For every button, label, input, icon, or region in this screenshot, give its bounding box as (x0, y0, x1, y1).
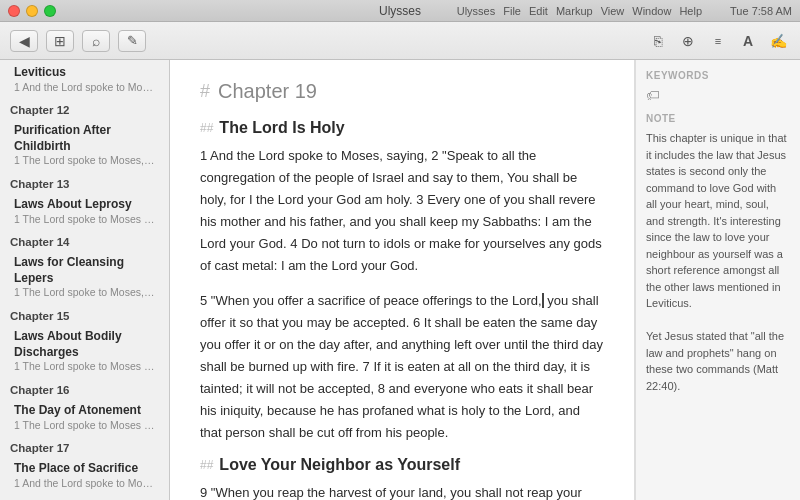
main-layout: Leviticus 1 And the Lord spoke to Moses … (0, 60, 800, 500)
maximize-button[interactable] (44, 5, 56, 17)
menu-edit[interactable]: Edit (529, 5, 548, 17)
item-2-sub: 1 The Lord spoke to Moses, saying, 2 "Th… (14, 286, 155, 300)
edit-button[interactable]: ✎ (118, 30, 146, 52)
section1-title: The Lord Is Holy (219, 119, 344, 137)
menu-file[interactable]: File (503, 5, 521, 17)
item-5-sub: 1 And the Lord spoke to Moses, saying, 2… (14, 477, 155, 491)
edit-icon: ✎ (127, 33, 138, 48)
share-icon[interactable]: ⎘ (646, 30, 670, 52)
item-1-title: Laws About Leprosy (14, 197, 155, 213)
tags-row: 🏷 (646, 87, 790, 103)
chapter-17-label: Chapter 17 (0, 437, 169, 456)
section2-title: Love Your Neighbor as Yourself (219, 456, 460, 474)
app-title: Ulysses (379, 4, 421, 18)
leviticus-sub: 1 And the Lord spoke to Moses and Aaron.… (14, 81, 155, 95)
item-0-title: Purification After Childbirth (14, 123, 155, 154)
chapter-18-label: Chapter 18 (0, 495, 169, 500)
chapter-12-label: Chapter 12 (0, 99, 169, 118)
menu-help[interactable]: Help (679, 5, 702, 17)
section1-heading: ## The Lord Is Holy (200, 119, 604, 137)
item-3-title: Laws About Bodily Discharges (14, 329, 155, 360)
pen-icon[interactable]: ✍ (766, 30, 790, 52)
paragraph-1: 1 And the Lord spoke to Moses, saying, 2… (200, 145, 604, 278)
right-panel: Keywords 🏷 Note This chapter is unique i… (635, 60, 800, 500)
chapter-13-label: Chapter 13 (0, 173, 169, 192)
close-button[interactable] (8, 5, 20, 17)
menu-view[interactable]: View (601, 5, 625, 17)
tag-icon[interactable]: 🏷 (646, 87, 660, 103)
menu-bar: Ulysses File Edit Markup View Window Hel… (457, 5, 792, 17)
item-3-sub: 1 The Lord spoke to Moses and Aaron, sa.… (14, 360, 155, 374)
item-5-title: The Place of Sacrifice (14, 461, 155, 477)
menu-ulysses[interactable]: Ulysses (457, 5, 496, 17)
item-1-sub: 1 The Lord spoke to Moses and Aaron, sa.… (14, 213, 155, 227)
sidebar-item-2[interactable]: Laws for Cleansing Lepers 1 The Lord spo… (4, 251, 165, 304)
sidebar-item-5[interactable]: The Place of Sacrifice 1 And the Lord sp… (4, 457, 165, 494)
sidebar: Leviticus 1 And the Lord spoke to Moses … (0, 60, 170, 500)
leviticus-title: Leviticus (14, 65, 155, 81)
back-button[interactable]: ◀ (10, 30, 38, 52)
sidebar-item-4[interactable]: The Day of Atonement 1 The Lord spoke to… (4, 399, 165, 436)
font-icon[interactable]: A (736, 30, 760, 52)
item-0-sub: 1 The Lord spoke to Moses, saying, 2 "Sp… (14, 154, 155, 168)
note-label: Note (646, 113, 790, 124)
item-2-title: Laws for Cleansing Lepers (14, 255, 155, 286)
add-icon[interactable]: ⊕ (676, 30, 700, 52)
section2-marker: ## (200, 458, 213, 472)
sidebar-item-3[interactable]: Laws About Bodily Discharges 1 The Lord … (4, 325, 165, 378)
chapter-heading: Chapter 19 (200, 80, 604, 103)
list-icon[interactable]: ≡ (706, 30, 730, 52)
chapter-15-label: Chapter 15 (0, 305, 169, 324)
menu-window[interactable]: Window (632, 5, 671, 17)
text-cursor (542, 293, 544, 308)
item-4-sub: 1 The Lord spoke to Moses after the deat… (14, 419, 155, 433)
menu-markup[interactable]: Markup (556, 5, 593, 17)
sidebar-item-0[interactable]: Purification After Childbirth 1 The Lord… (4, 119, 165, 172)
search-button[interactable]: ⌕ (82, 30, 110, 52)
note-text: This chapter is unique in that it includ… (646, 130, 790, 394)
back-icon: ◀ (19, 33, 30, 49)
clock: Tue 7:58 AM (730, 5, 792, 17)
toolbar: ◀ ⊞ ⌕ ✎ ⎘ ⊕ ≡ A ✍ (0, 22, 800, 60)
window-controls[interactable] (8, 5, 56, 17)
item-4-title: The Day of Atonement (14, 403, 155, 419)
titlebar: Ulysses Ulysses File Edit Markup View Wi… (0, 0, 800, 22)
grid-button[interactable]: ⊞ (46, 30, 74, 52)
paragraph-3: 9 "When you reap the harvest of your lan… (200, 482, 604, 500)
grid-icon: ⊞ (54, 33, 66, 49)
content-area[interactable]: Chapter 19 ## The Lord Is Holy 1 And the… (170, 60, 635, 500)
paragraph-2: 5 "When you offer a sacrifice of peace o… (200, 290, 604, 445)
chapter-16-label: Chapter 16 (0, 379, 169, 398)
section2-heading: ## Love Your Neighbor as Yourself (200, 456, 604, 474)
keywords-label: Keywords (646, 70, 790, 81)
minimize-button[interactable] (26, 5, 38, 17)
search-icon: ⌕ (92, 33, 100, 49)
sidebar-item-1[interactable]: Laws About Leprosy 1 The Lord spoke to M… (4, 193, 165, 230)
chapter-14-label: Chapter 14 (0, 231, 169, 250)
sidebar-item-leviticus[interactable]: Leviticus 1 And the Lord spoke to Moses … (4, 61, 165, 98)
toolbar-right-icons: ⎘ ⊕ ≡ A ✍ (646, 30, 790, 52)
section1-marker: ## (200, 121, 213, 135)
